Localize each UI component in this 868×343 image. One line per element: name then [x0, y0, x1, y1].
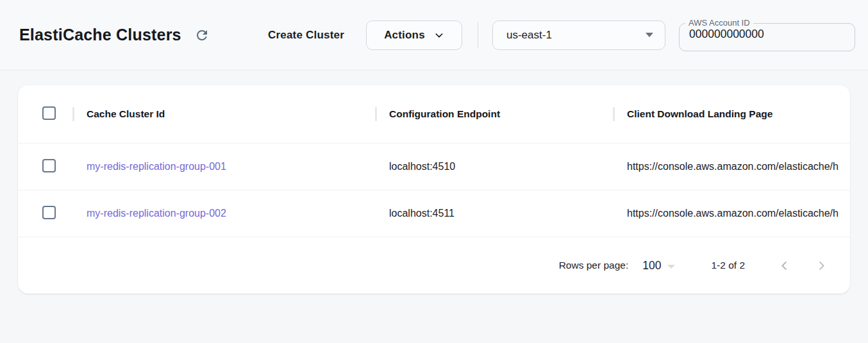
table-row: my-redis-replication-group-001 localhost… — [18, 144, 850, 190]
column-separator — [613, 107, 615, 121]
previous-page-button[interactable] — [774, 256, 794, 275]
select-arrow-icon — [667, 265, 675, 269]
pagination-range-label: 1-2 of 2 — [711, 260, 745, 271]
region-selected-value: us-east-1 — [506, 29, 552, 42]
rows-per-page-label: Rows per page: — [559, 260, 629, 271]
table-header-row: Cache Cluster Id Configuration Endpoint … — [18, 85, 850, 144]
column-header-cache-cluster-id[interactable]: Cache Cluster Id — [72, 85, 375, 143]
actions-label: Actions — [384, 29, 425, 42]
configuration-endpoint-cell: localhost:4510 — [375, 161, 613, 172]
column-separator — [72, 107, 74, 121]
refresh-icon — [194, 28, 210, 43]
actions-dropdown-button[interactable]: Actions — [366, 21, 462, 50]
column-header-client-download-landing-page[interactable]: Client Download Landing Page — [613, 85, 850, 143]
landing-page-cell: https://console.aws.amazon.com/elasticac… — [613, 208, 850, 219]
aws-account-id-label: AWS Account ID — [685, 20, 753, 26]
next-page-button[interactable] — [812, 256, 831, 275]
table-row: my-redis-replication-group-002 localhost… — [18, 190, 850, 237]
cluster-id-link[interactable]: my-redis-replication-group-001 — [87, 161, 226, 172]
table-pagination: Rows per page: 100 1-2 of 2 — [18, 237, 850, 294]
chevron-right-icon — [815, 260, 828, 272]
top-toolbar: ElastiCache Clusters Create Cluster Acti… — [0, 0, 868, 71]
rows-per-page-value: 100 — [642, 259, 661, 272]
aws-account-id-input[interactable] — [689, 28, 843, 41]
cluster-id-link[interactable]: my-redis-replication-group-002 — [87, 208, 226, 219]
configuration-endpoint-cell: localhost:4511 — [375, 208, 613, 219]
column-header-configuration-endpoint[interactable]: Configuration Endpoint — [375, 85, 613, 143]
landing-page-cell: https://console.aws.amazon.com/elasticac… — [613, 161, 850, 172]
create-cluster-button[interactable]: Create Cluster — [268, 29, 344, 42]
rows-per-page-select[interactable]: 100 — [642, 259, 675, 272]
chevron-left-icon — [778, 260, 790, 272]
row-checkbox[interactable] — [42, 159, 56, 172]
region-select[interactable]: us-east-1 — [492, 21, 665, 50]
toolbar-divider — [478, 22, 478, 49]
column-separator — [375, 107, 377, 121]
select-arrow-icon — [646, 33, 653, 37]
clusters-table-card: Cache Cluster Id Configuration Endpoint … — [18, 85, 850, 294]
chevron-down-icon — [434, 30, 444, 40]
page-title: ElastiCache Clusters — [19, 26, 181, 44]
refresh-button[interactable] — [193, 26, 211, 44]
row-checkbox[interactable] — [42, 206, 56, 219]
aws-account-id-field: AWS Account ID — [679, 20, 855, 51]
select-all-checkbox[interactable] — [42, 106, 56, 120]
